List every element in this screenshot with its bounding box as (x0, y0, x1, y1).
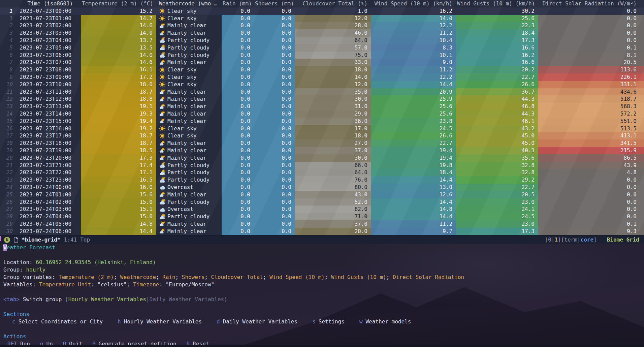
table-row[interactable]: 202023-07-23T20:0017.3Mainly clear0.00.0… (0, 154, 644, 162)
cell-time[interactable]: 2023-07-23T21:00 (18, 162, 81, 169)
cell-temperature[interactable]: 18.0 (81, 81, 156, 88)
table-row[interactable]: 82023-07-23T08:0016.1Clear sky0.00.018.0… (0, 66, 644, 73)
cell-solar-radiation[interactable]: 4.8 (538, 169, 644, 176)
cell-rain[interactable]: 0.0 (222, 103, 254, 110)
cell-weathercode[interactable]: Mainly clear (156, 228, 222, 235)
cell-showers[interactable]: 0.0 (254, 66, 295, 73)
cell-cloudcover[interactable]: 76.0 (295, 176, 371, 184)
cell-weathercode[interactable]: Partly cloudy (156, 37, 222, 44)
section-select-coordinates-or-city[interactable]: cSelect Coordinates or City (12, 318, 103, 325)
cell-time[interactable]: 2023-07-23T13:00 (18, 103, 81, 110)
cell-solar-radiation[interactable]: 0.0 (538, 22, 644, 29)
cell-rain[interactable]: 0.0 (222, 95, 254, 103)
cell-temperature[interactable]: 14.0 (81, 29, 156, 37)
cell-showers[interactable]: 0.0 (254, 198, 295, 206)
table-row[interactable]: 212023-07-23T21:0017.4Partly cloudy0.00.… (0, 162, 644, 169)
cell-rain[interactable]: 0.0 (222, 169, 254, 176)
cell-temperature[interactable]: 13.5 (81, 44, 156, 52)
cell-wind-gusts[interactable]: 22.7 (456, 73, 538, 81)
cell-rain[interactable]: 0.0 (222, 162, 254, 169)
cell-time[interactable]: 2023-07-23T11:00 (18, 88, 81, 96)
cell-time[interactable]: 2023-07-23T06:00 (18, 52, 81, 59)
table-row[interactable]: 52023-07-23T05:0013.5Partly cloudy0.00.0… (0, 44, 644, 52)
cell-wind-gusts[interactable]: 22.3 (456, 22, 538, 29)
cell-wind-gusts[interactable]: 32.8 (456, 162, 538, 169)
cell-rain[interactable]: 0.0 (222, 88, 254, 96)
cell-showers[interactable]: 0.0 (254, 220, 295, 228)
cell-time[interactable]: 2023-07-23T14:00 (18, 110, 81, 118)
cell-showers[interactable]: 0.0 (254, 206, 295, 213)
cell-temperature[interactable]: 17.2 (81, 73, 156, 81)
cell-weathercode[interactable]: Partly cloudy (156, 213, 222, 220)
cell-cloudcover[interactable]: 64.0 (295, 37, 371, 44)
cell-showers[interactable]: 0.0 (254, 110, 295, 118)
cell-showers[interactable]: 0.0 (254, 139, 295, 147)
cell-showers[interactable]: 0.0 (254, 73, 295, 81)
table-row[interactable]: 232023-07-23T23:0016.5Partly cloudy0.00.… (0, 176, 644, 184)
cell-cloudcover[interactable]: 28.0 (295, 22, 371, 29)
cell-temperature[interactable]: 15.0 (81, 198, 156, 206)
cell-cloudcover[interactable]: 12.0 (295, 15, 371, 22)
cell-cloudcover[interactable]: 43.0 (295, 191, 371, 198)
cell-temperature[interactable]: 15.6 (81, 191, 156, 198)
cell-weathercode[interactable]: Partly cloudy (156, 162, 222, 169)
cell-wind-gusts[interactable]: 45.0 (456, 139, 538, 147)
cell-wind-gusts[interactable]: 32.8 (456, 169, 538, 176)
cell-weathercode[interactable]: Mainly clear (156, 22, 222, 29)
cell-temperature[interactable]: 15.1 (81, 206, 156, 213)
cell-weathercode[interactable]: Mainly clear (156, 154, 222, 162)
table-row[interactable]: 262023-07-24T02:0015.0Partly cloudy0.00.… (0, 198, 644, 206)
cell-solar-radiation[interactable]: 0.0 (538, 37, 644, 44)
cell-rain[interactable]: 0.0 (222, 29, 254, 37)
cell-wind-speed[interactable]: 14.4 (371, 81, 456, 88)
table-row[interactable]: 192023-07-23T19:0018.5Mainly clear0.00.0… (0, 147, 644, 154)
cell-cloudcover[interactable]: 71.0 (295, 213, 371, 220)
cell-time[interactable]: 2023-07-23T05:00 (18, 44, 81, 52)
cell-temperature[interactable]: 18.7 (81, 139, 156, 147)
cell-cloudcover[interactable]: 20.0 (295, 228, 371, 235)
cell-rain[interactable]: 0.0 (222, 198, 254, 206)
cell-cloudcover[interactable]: 82.0 (295, 206, 371, 213)
table-row[interactable]: 222023-07-23T22:0017.1Partly cloudy0.00.… (0, 169, 644, 176)
cell-solar-radiation[interactable]: 215.9 (538, 147, 644, 154)
cell-time[interactable]: 2023-07-23T10:00 (18, 81, 81, 88)
cell-rain[interactable]: 0.0 (222, 7, 254, 15)
cell-rain[interactable]: 0.0 (222, 154, 254, 162)
action-reset[interactable]: RReset (187, 340, 209, 345)
cell-wind-gusts[interactable]: 24.5 (456, 213, 538, 220)
cell-temperature[interactable]: 19.4 (81, 118, 156, 125)
cell-rain[interactable]: 0.0 (222, 220, 254, 228)
cell-temperature[interactable]: 18.8 (81, 95, 156, 103)
cell-time[interactable]: 2023-07-23T00:00 (18, 7, 81, 15)
action-generate-preset-defition[interactable]: PGenerate preset defition (92, 340, 176, 345)
cell-wind-gusts[interactable]: 36.7 (456, 88, 538, 96)
cell-solar-radiation[interactable]: 551.0 (538, 118, 644, 125)
cell-wind-speed[interactable]: 12.2 (371, 22, 456, 29)
cell-weathercode[interactable]: Clear sky (156, 81, 222, 88)
cell-weathercode[interactable]: Overcast (156, 184, 222, 191)
cell-time[interactable]: 2023-07-23T09:00 (18, 73, 81, 81)
cell-wind-speed[interactable]: 25.9 (371, 95, 456, 103)
cell-cloudcover[interactable]: 29.0 (295, 110, 371, 118)
group-tab-hourly[interactable]: Hourly Weather Variables (68, 296, 146, 303)
cell-cloudcover[interactable]: 36.0 (295, 118, 371, 125)
cell-time[interactable]: 2023-07-24T05:00 (18, 220, 81, 228)
cell-showers[interactable]: 0.0 (254, 52, 295, 59)
cell-temperature[interactable]: 14.0 (81, 52, 156, 59)
cell-wind-gusts[interactable]: 23.0 (456, 198, 538, 206)
cell-cloudcover[interactable]: 64.0 (295, 169, 371, 176)
cell-solar-radiation[interactable]: 0.1 (538, 220, 644, 228)
cell-wind-speed[interactable]: 8.3 (371, 44, 456, 52)
section-weather-models[interactable]: wWeather models (359, 318, 411, 325)
cell-solar-radiation[interactable]: 331.1 (538, 81, 644, 88)
cell-wind-gusts[interactable]: 26.6 (456, 81, 538, 88)
cell-weathercode[interactable]: Clear sky (156, 125, 222, 132)
cell-wind-gusts[interactable]: 22.7 (456, 184, 538, 191)
cell-temperature[interactable]: 15.2 (81, 7, 156, 15)
cell-weathercode[interactable]: Clear sky (156, 66, 222, 73)
cell-cloudcover[interactable]: 31.0 (295, 103, 371, 110)
cell-cloudcover[interactable]: 80.0 (295, 184, 371, 191)
cell-cloudcover[interactable]: 35.0 (295, 88, 371, 96)
cell-cloudcover[interactable]: 37.0 (295, 220, 371, 228)
cell-solar-radiation[interactable]: 43.9 (538, 162, 644, 169)
